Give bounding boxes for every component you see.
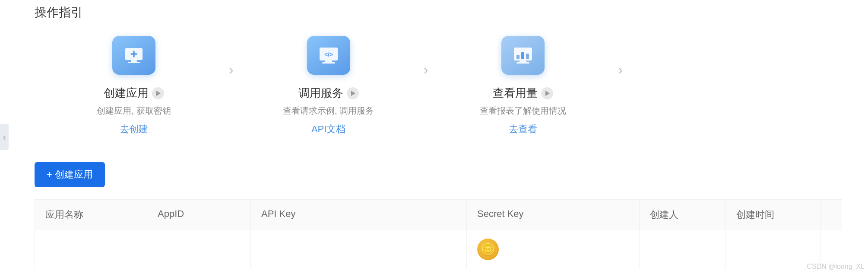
svg-rect-13 (526, 54, 529, 59)
arrow-separator-2: › (424, 62, 428, 78)
create-app-icon (112, 36, 155, 75)
view-usage-icon (501, 36, 545, 75)
step-icon-wrapper-call-service: </> (305, 34, 352, 77)
add-svg-icon (123, 45, 145, 66)
step-link-call-service[interactable]: API文档 (311, 123, 345, 136)
svg-rect-11 (516, 55, 520, 59)
svg-rect-12 (521, 52, 524, 59)
page-wrapper: 操作指引 (0, 0, 868, 274)
table-section: + 创建应用 应用名称 AppID API Key Secret Key 创建人… (0, 149, 868, 274)
svg-rect-14 (520, 61, 526, 62)
sidebar-collapse-button[interactable] (0, 124, 9, 150)
td-api-key (251, 230, 467, 269)
td-secret-key: 🪙 (467, 230, 640, 269)
avatar-coin: 🪙 (477, 239, 499, 260)
step-title-row-view-usage: 查看用量 (493, 86, 553, 101)
play-button-call-service[interactable] (347, 87, 359, 99)
td-app-id (147, 230, 251, 269)
create-app-button[interactable]: + 创建应用 (35, 162, 105, 187)
table-row: 🪙 (35, 230, 842, 269)
th-api-key: API Key (251, 200, 467, 230)
guide-step-view-usage: 查看用量 查看报表了解使用情况 去查看 (432, 34, 614, 136)
guide-steps: 创建应用 创建应用, 获取密钥 去创建 › </> (35, 34, 842, 136)
guide-step-create-app: 创建应用 创建应用, 获取密钥 去创建 (43, 34, 225, 136)
svg-rect-4 (131, 60, 137, 62)
td-app-name (35, 230, 147, 269)
call-service-icon: </> (307, 36, 350, 75)
step-desc-call-service: 查看请求示例, 调用服务 (283, 105, 374, 117)
guide-step-call-service: </> 调用服务 查看请求示例, 调用服务 API文档 (238, 34, 419, 136)
play-button-create-app[interactable] (152, 87, 164, 99)
th-creator: 创建人 (640, 200, 726, 230)
coin-emoji: 🪙 (481, 243, 495, 256)
step-link-view-usage[interactable]: 去查看 (509, 123, 537, 136)
chart-svg-icon (512, 45, 534, 66)
svg-rect-5 (128, 62, 140, 63)
td-creator (640, 230, 726, 269)
arrow-separator-1: › (229, 62, 234, 78)
th-app-id: AppID (147, 200, 251, 230)
step-desc-create-app: 创建应用, 获取密钥 (97, 105, 171, 117)
guide-title: 操作指引 (35, 4, 842, 21)
table-header: 应用名称 AppID API Key Secret Key 创建人 创建时间 (35, 199, 842, 230)
step-link-create-app[interactable]: 去创建 (120, 123, 148, 136)
watermark: CSDN @loong_XL (807, 263, 865, 271)
code-svg-icon: </> (318, 45, 339, 66)
th-secret-key: Secret Key (467, 200, 640, 230)
th-app-name: 应用名称 (35, 200, 147, 230)
step-desc-view-usage: 查看报表了解使用情况 (480, 105, 566, 117)
svg-rect-9 (322, 62, 335, 64)
step-title-create-app: 创建应用 (104, 86, 149, 101)
arrow-separator-3: › (618, 62, 623, 78)
svg-rect-15 (516, 62, 529, 64)
guide-section: 操作指引 (0, 0, 868, 149)
step-icon-wrapper-create-app (110, 34, 158, 77)
th-actions (821, 200, 842, 230)
step-title-call-service: 调用服务 (298, 86, 343, 101)
svg-rect-8 (325, 61, 332, 62)
step-title-row-call-service: 调用服务 (298, 86, 359, 101)
step-icon-wrapper-view-usage (499, 34, 547, 77)
play-button-view-usage[interactable] (541, 87, 553, 99)
th-create-time: 创建时间 (726, 200, 821, 230)
svg-text:</>: </> (324, 51, 333, 58)
step-title-view-usage: 查看用量 (493, 86, 538, 101)
step-title-row-create-app: 创建应用 (104, 86, 164, 101)
